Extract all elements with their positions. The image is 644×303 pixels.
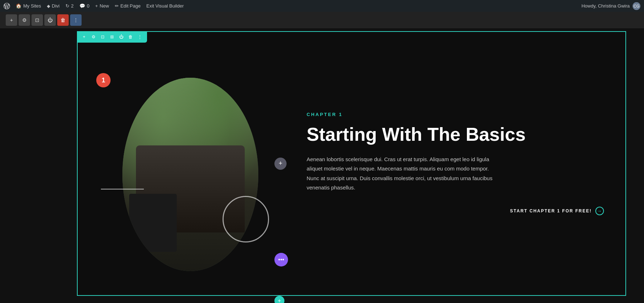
new-link[interactable]: + New: [95, 3, 109, 9]
chapter-image: [122, 78, 258, 271]
exit-vb-label: Exit Visual Builder: [146, 3, 184, 9]
vb-settings-button[interactable]: ⚙: [19, 14, 30, 26]
horizontal-line-decoration: [101, 189, 144, 189]
chapter-title: Starting With The Basics: [307, 124, 604, 145]
divi-link[interactable]: ◆ Divi: [47, 3, 60, 9]
vb-toolbar: + ⚙ ⊡ ⏻ 🗑 ⋮: [0, 12, 644, 28]
section-more-button[interactable]: ⋮: [136, 33, 144, 41]
main-content: + ⚙ ⊡ ⊞ ⏻ 🗑 ⋮ 1 CHAPTER 1 Starting W: [0, 28, 644, 303]
user-avatar[interactable]: CG: [633, 2, 640, 10]
refresh-icon: ↻: [65, 3, 69, 9]
section-delete-button[interactable]: 🗑: [126, 33, 135, 41]
add-module-button[interactable]: +: [274, 158, 287, 170]
user-greeting: Howdy, Christina Gwira: [581, 3, 630, 9]
section-columns-button[interactable]: ⊞: [108, 33, 116, 41]
left-column: [78, 32, 282, 295]
house-icon: 🏠: [16, 3, 21, 9]
cta-arrow-icon: →: [595, 207, 604, 215]
my-sites-label: My Sites: [23, 3, 41, 9]
add-section-button[interactable]: +: [274, 296, 284, 303]
circle-decoration: [223, 196, 269, 242]
admin-bar-right: Howdy, Christina Gwira CG: [581, 2, 640, 10]
chapter-body: Aenean lobortis scelerisque dui. Cras ut…: [307, 155, 493, 192]
vb-duplicate-button[interactable]: ⊡: [31, 14, 43, 26]
right-column: CHAPTER 1 Starting With The Basics Aenea…: [285, 32, 625, 295]
section-add-button[interactable]: +: [80, 33, 88, 41]
comment-icon: 💬: [79, 3, 85, 9]
comments-count: 0: [87, 3, 89, 9]
updates-link[interactable]: ↻ 2: [65, 3, 74, 9]
edit-page-link[interactable]: ✏ Edit Page: [115, 3, 141, 9]
cta-text: START CHAPTER 1 FOR FREE!: [510, 208, 592, 213]
comments-link[interactable]: 💬 0: [79, 3, 89, 9]
plus-icon: +: [95, 3, 98, 9]
new-label: New: [100, 3, 109, 9]
edit-page-label: Edit Page: [121, 3, 141, 9]
exit-visual-builder-link[interactable]: Exit Visual Builder: [146, 3, 184, 9]
chapter-number: 1: [102, 77, 105, 84]
section-duplicate-button[interactable]: ⊡: [98, 33, 107, 41]
divi-label: Divi: [52, 3, 60, 9]
wordpress-logo-icon: [4, 3, 10, 9]
vb-disable-button[interactable]: ⏻: [44, 14, 56, 26]
more-options-button[interactable]: •••: [274, 253, 288, 266]
section-container: + ⚙ ⊡ ⊞ ⏻ 🗑 ⋮ 1 CHAPTER 1 Starting W: [77, 31, 626, 296]
photo-content: [122, 78, 258, 271]
vb-delete-button[interactable]: 🗑: [57, 14, 69, 26]
section-settings-button[interactable]: ⚙: [89, 33, 98, 41]
divi-icon: ◆: [47, 4, 50, 9]
section-toolbar: + ⚙ ⊡ ⊞ ⏻ 🗑 ⋮: [77, 31, 147, 43]
my-sites-link[interactable]: 🏠 My Sites: [16, 3, 41, 9]
section-disable-button[interactable]: ⏻: [117, 33, 126, 41]
vb-add-button[interactable]: +: [6, 14, 17, 26]
vb-more-button[interactable]: ⋮: [70, 14, 82, 26]
wordpress-logo-link[interactable]: [4, 3, 10, 9]
cta-link[interactable]: START CHAPTER 1 FOR FREE! →: [307, 207, 604, 215]
updates-count: 2: [71, 3, 74, 9]
admin-bar: 🏠 My Sites ◆ Divi ↻ 2 💬 0 + New ✏ Edit P…: [0, 0, 644, 12]
chapter-badge: 1: [96, 73, 111, 87]
chapter-label: CHAPTER 1: [307, 112, 604, 117]
pencil-icon: ✏: [115, 3, 119, 9]
